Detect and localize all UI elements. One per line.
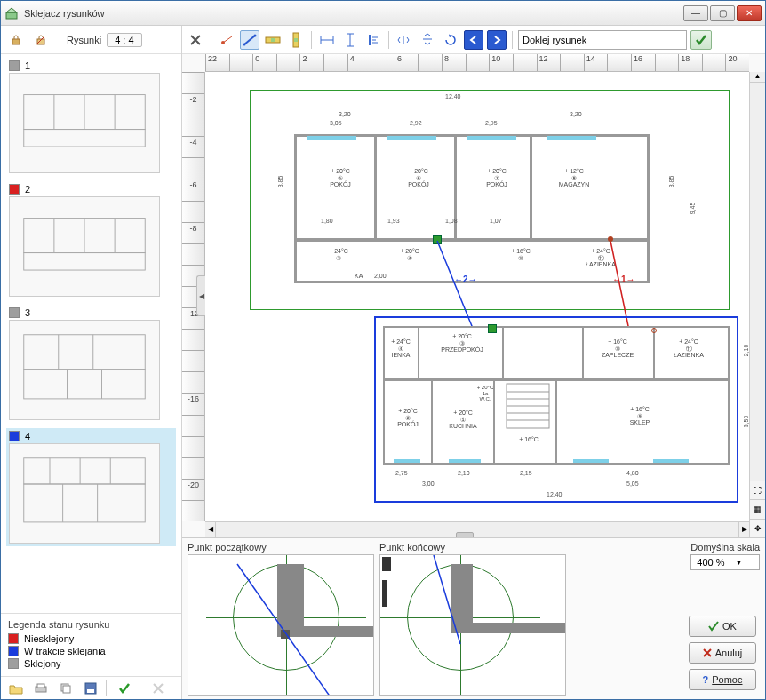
zoom-extents-icon[interactable]: ⛶ [750, 481, 765, 499]
level-h-icon[interactable] [263, 30, 283, 50]
ok-button[interactable]: OK [689, 616, 756, 637]
canvas-container: 2202468101214161820 -2-4-6-8-12-16-20 ◀ … [182, 54, 765, 537]
scrollbar-horizontal[interactable]: ◀ ▶ [205, 521, 749, 537]
svg-point-52 [608, 236, 613, 242]
svg-rect-21 [24, 458, 146, 484]
dim-h-icon[interactable] [317, 30, 337, 50]
thumbnail-list: 1 2 3 4 [1, 54, 181, 613]
upper-plan: 12,40 3,20 3,05 2,92 2,95 3,20 [259, 99, 694, 303]
action-combo[interactable]: Doklej rysunek [518, 30, 687, 50]
status-swatch [9, 431, 20, 441]
rotate-icon[interactable] [441, 30, 460, 50]
thumb-preview [9, 320, 160, 420]
thumbnail-1[interactable]: 1 [6, 58, 176, 176]
thumb-number: 2 [25, 184, 30, 195]
dim-v-icon[interactable] [340, 30, 360, 50]
svg-rect-60 [277, 626, 374, 637]
save-icon[interactable] [81, 679, 100, 698]
collapse-handle[interactable]: ◀ [196, 275, 205, 316]
thumbnail-2[interactable]: 2 [6, 181, 176, 299]
sidebar: Rysunki 4 : 4 1 2 3 [1, 26, 182, 699]
end-point-label: Punkt końcowy [379, 542, 566, 553]
print-icon[interactable] [31, 679, 51, 698]
svg-rect-9 [24, 130, 146, 147]
apply-icon[interactable] [115, 679, 134, 698]
snap-point-icon[interactable] [217, 30, 236, 50]
mirror-v-icon[interactable] [418, 30, 437, 50]
unlock-icon[interactable] [31, 30, 51, 50]
start-point-label: Punkt początkowy [188, 542, 374, 553]
maximize-button[interactable]: ▢ [710, 5, 735, 21]
arrow-right-icon[interactable] [487, 30, 507, 50]
drawing-canvas[interactable]: 12,40 3,20 3,05 2,92 2,95 3,20 [205, 72, 749, 521]
svg-rect-0 [6, 12, 17, 19]
svg-rect-66 [451, 623, 566, 633]
minimize-button[interactable]: — [683, 5, 708, 21]
pan-icon[interactable]: ✥ [750, 519, 765, 537]
app-window: Sklejacz rysunków — ▢ ✕ Rysunki 4 : 4 1 [0, 0, 766, 700]
start-point-view[interactable] [188, 554, 374, 696]
svg-marker-1 [6, 8, 17, 12]
window-title: Sklejacz rysunków [24, 8, 683, 19]
legend-item: W trakcie sklejania [8, 646, 174, 656]
titlebar: Sklejacz rysunków — ▢ ✕ [1, 1, 765, 26]
scale-label: Domyślna skala [690, 542, 760, 553]
thumbnail-4[interactable]: 4 [6, 428, 176, 546]
thumbnail-3[interactable]: 3 [6, 305, 176, 423]
status-swatch [9, 307, 20, 318]
arrow-left-icon[interactable] [464, 30, 483, 50]
drawings-label: Rysunki [67, 35, 101, 45]
close-button[interactable]: ✕ [737, 5, 762, 21]
open-icon[interactable] [6, 679, 26, 698]
scale-select[interactable]: 400 %▼ [690, 554, 760, 570]
canvas-corner-tools: ⛶ ▦ ✥ [749, 481, 765, 537]
mirror-h-icon[interactable] [395, 30, 414, 50]
svg-rect-59 [277, 564, 304, 630]
delete-icon[interactable] [148, 679, 168, 698]
help-button[interactable]: ?Pomoc [689, 669, 756, 690]
lower-plan: + 24°C④IENKA + 20°C③PRZEDPOKÓJ + 16°C⑩ZA… [378, 321, 735, 498]
main-area: Doklej rysunek 2202468101214161820 -2-4-… [182, 26, 765, 699]
sidebar-toolbar: Rysunki 4 : 4 [1, 26, 181, 54]
cancel-tool-icon[interactable] [186, 30, 205, 50]
drawings-count: 4 : 4 [107, 33, 141, 47]
lock-icon[interactable] [6, 30, 26, 50]
svg-rect-31 [63, 686, 70, 693]
thumb-preview [9, 196, 160, 297]
dialog-buttons: OK Anuluj ?Pomoc [689, 616, 756, 690]
align-icon[interactable] [363, 30, 383, 50]
legend: Legenda stanu rysunku Niesklejony W trak… [1, 613, 181, 676]
thumb-number: 3 [25, 307, 30, 318]
svg-rect-64 [382, 580, 387, 607]
svg-rect-18 [24, 370, 146, 399]
svg-rect-15 [24, 335, 146, 370]
end-point-view[interactable] [379, 554, 566, 696]
main-toolbar: Doklej rysunek [182, 26, 765, 54]
status-swatch [9, 184, 20, 195]
grid-icon[interactable]: ▦ [750, 499, 765, 518]
thumb-preview [9, 73, 160, 173]
cancel-button[interactable]: Anuluj [689, 642, 756, 664]
bottom-panel: Punkt początkowy Punkt końcowy [182, 537, 765, 699]
svg-line-35 [223, 36, 232, 43]
confirm-button[interactable] [690, 30, 712, 50]
ruler-horizontal: 2202468101214161820 [205, 54, 749, 72]
svg-rect-29 [37, 684, 44, 688]
level-v-icon[interactable] [286, 30, 306, 50]
svg-rect-65 [451, 564, 473, 626]
legend-item: Niesklejony [8, 633, 174, 644]
svg-line-36 [244, 36, 255, 44]
scrollbar-vertical[interactable]: ▲ [749, 72, 765, 521]
svg-point-38 [254, 34, 257, 36]
thumb-number: 1 [25, 60, 30, 71]
status-swatch [9, 60, 20, 71]
svg-rect-63 [382, 557, 391, 571]
thumb-preview [9, 443, 160, 544]
svg-rect-2 [12, 39, 20, 44]
svg-point-37 [243, 43, 246, 45]
svg-rect-40 [271, 38, 275, 42]
snap-line-icon[interactable] [240, 30, 259, 50]
copy-icon[interactable] [56, 679, 76, 698]
sidebar-bottom-toolbar [1, 676, 181, 699]
svg-rect-42 [294, 38, 298, 42]
